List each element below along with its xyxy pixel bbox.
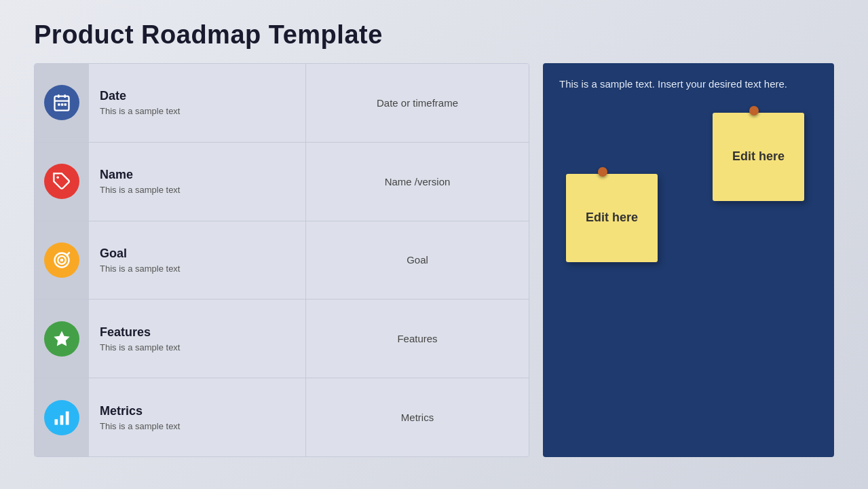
svg-rect-15: [55, 419, 58, 424]
goal-text-cell: Goal This is a sample text: [89, 221, 306, 300]
goal-icon-cell: [35, 221, 89, 300]
metrics-text-cell: Metrics This is a sample text: [89, 378, 306, 456]
right-panel: This is a sample text. Insert your desir…: [543, 63, 834, 457]
table-row: Features This is a sample text Features: [35, 300, 529, 378]
features-icon-cell: [35, 300, 89, 378]
svg-rect-16: [60, 415, 64, 424]
metrics-sample: This is a sample text: [100, 421, 295, 431]
date-text-cell: Date This is a sample text: [89, 64, 306, 142]
sticky-notes-container: Edit here Edit here: [559, 106, 818, 444]
table-row: Metrics This is a sample text Metrics: [35, 378, 529, 456]
svg-rect-4: [58, 104, 60, 107]
name-icon-cell: [35, 143, 89, 221]
target-icon: [44, 242, 79, 278]
svg-rect-6: [64, 104, 67, 107]
table-row: Name This is a sample text Name /version: [35, 143, 529, 221]
goal-sample: This is a sample text: [100, 264, 295, 274]
left-table: Date This is a sample text Date or timef…: [34, 63, 529, 457]
page-title: Product Roadmap Template: [34, 20, 834, 50]
features-sample: This is a sample text: [100, 342, 295, 352]
metrics-icon-cell: [35, 378, 89, 456]
slide: Product Roadmap Template: [0, 0, 868, 489]
name-text-cell: Name This is a sample text: [89, 143, 306, 221]
features-value: Features: [306, 300, 529, 378]
metrics-label: Metrics: [100, 404, 295, 418]
name-label: Name: [100, 168, 295, 182]
features-label: Features: [100, 325, 295, 340]
star-icon: [44, 321, 79, 357]
name-sample: This is a sample text: [100, 185, 295, 195]
tag-icon: [44, 164, 79, 199]
svg-marker-14: [54, 331, 69, 346]
svg-point-10: [60, 259, 64, 262]
date-icon-cell: [35, 64, 89, 142]
table-row: Goal This is a sample text Goal: [35, 221, 529, 300]
sticky-note-2-text: Edit here: [586, 211, 638, 225]
right-panel-description: This is a sample text. Insert your desir…: [559, 77, 818, 92]
table-row: Date This is a sample text Date or timef…: [35, 64, 529, 143]
goal-value: Goal: [306, 221, 529, 300]
chart-icon: [44, 400, 79, 435]
content-area: Date This is a sample text Date or timef…: [34, 63, 834, 457]
goal-label: Goal: [100, 247, 295, 261]
metrics-value: Metrics: [306, 378, 529, 456]
sticky-note-1-text: Edit here: [732, 149, 785, 164]
date-sample: This is a sample text: [100, 106, 295, 116]
date-value: Date or timeframe: [306, 64, 529, 142]
svg-line-11: [67, 252, 70, 255]
features-text-cell: Features This is a sample text: [89, 300, 306, 378]
svg-rect-17: [66, 411, 69, 424]
svg-rect-5: [61, 104, 64, 107]
sticky-note-2[interactable]: Edit here: [566, 174, 658, 262]
svg-point-7: [56, 177, 59, 179]
date-label: Date: [100, 89, 295, 103]
sticky-note-1[interactable]: Edit here: [713, 113, 804, 201]
name-value: Name /version: [306, 143, 529, 221]
calendar-icon: [44, 85, 79, 120]
